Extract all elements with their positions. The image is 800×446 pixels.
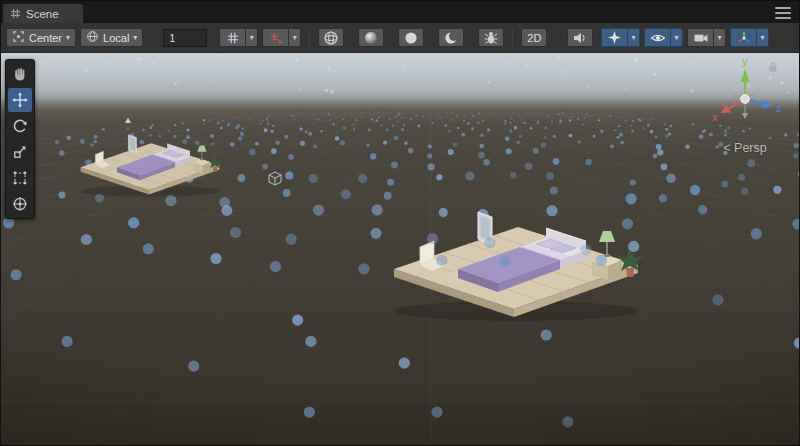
chevron-down-icon: ▾ (293, 34, 297, 42)
transform-tool-button[interactable] (8, 192, 32, 216)
chevron-down-icon: ▾ (66, 34, 70, 42)
snap-increment-button[interactable] (262, 28, 288, 47)
camera-settings-button[interactable] (687, 28, 713, 47)
globe-icon (86, 30, 99, 45)
pivot-label: Center (29, 32, 62, 44)
chevron-down-icon: ▾ (674, 34, 678, 42)
effects-control: ▾ (601, 28, 640, 47)
scene-viewport[interactable]: x y z < Persp (1, 53, 799, 445)
grid-visibility-dropdown[interactable]: ▾ (245, 28, 258, 47)
speaker-icon (572, 30, 588, 46)
ground-dots-near (1, 217, 799, 445)
grid-visibility-button[interactable] (219, 28, 245, 47)
camera-icon (693, 30, 709, 46)
chevron-down-icon: ▾ (760, 34, 764, 42)
lit-sphere-icon (363, 30, 379, 46)
wireframe-sphere-icon (323, 30, 339, 46)
rect-tool-button[interactable] (8, 166, 32, 190)
axis-z-cone[interactable] (762, 100, 772, 109)
grid-icon (10, 8, 21, 19)
unity-scene-window: Scene Center ▾ Local ▾ (0, 0, 800, 446)
hand-tool-button[interactable] (8, 62, 32, 86)
gizmo-center-cube[interactable] (741, 95, 750, 104)
gizmos-control: ▾ (730, 28, 769, 47)
sprite-marker-icon[interactable] (125, 118, 131, 124)
grid-snap-icon (226, 31, 240, 45)
scene-visibility-dropdown[interactable]: ▾ (670, 28, 683, 47)
rect-tool-icon (12, 170, 28, 186)
2d-mode-button[interactable]: 2D (521, 28, 547, 47)
pivot-mode-button[interactable]: Center ▾ (6, 28, 76, 47)
toolbar-separator (512, 29, 513, 47)
rotate-icon (12, 118, 28, 134)
effects-toggle-button[interactable] (601, 28, 627, 47)
lighting-toggle-button[interactable] (358, 28, 384, 47)
projection-toggle[interactable]: < Persp (699, 141, 791, 155)
orientation-mode-button[interactable]: Local ▾ (80, 28, 143, 47)
bug-icon (483, 30, 499, 46)
move-tool-button[interactable] (8, 88, 32, 112)
gizmos-dropdown[interactable]: ▾ (756, 28, 769, 47)
2d-label: 2D (527, 32, 541, 44)
window-menu-icon[interactable] (775, 7, 791, 19)
scene-visibility-control: ▾ (644, 28, 683, 47)
axis-y-label: y (742, 55, 748, 67)
scale-tool-button[interactable] (8, 140, 32, 164)
scene-3d-view[interactable] (1, 53, 799, 445)
sky-particles (7, 55, 795, 94)
scale-icon (12, 144, 28, 160)
scene-visibility-button[interactable] (644, 28, 670, 47)
axis-tripod-icon (736, 30, 752, 46)
move-icon (12, 92, 28, 108)
shading-mode-button[interactable] (318, 28, 344, 47)
fog-toggle-button[interactable] (438, 28, 464, 47)
camera-settings-control: ▾ (687, 28, 726, 47)
tab-scene[interactable]: Scene (3, 4, 83, 23)
particles-toggle-button[interactable] (478, 28, 504, 47)
axis-y-cone[interactable] (741, 69, 750, 82)
hand-icon (12, 66, 28, 82)
grid-visibility-control: ▾ (219, 28, 258, 47)
transform-icon (12, 196, 28, 212)
tab-label: Scene (26, 8, 59, 20)
skybox-toggle-button[interactable] (398, 28, 424, 47)
camera-settings-dropdown[interactable]: ▾ (713, 28, 726, 47)
audio-toggle-button[interactable] (567, 28, 593, 47)
moon-icon (443, 30, 459, 46)
chevron-down-icon: ▾ (250, 34, 254, 42)
sparkle-icon (607, 30, 622, 45)
sphere-icon (403, 30, 419, 46)
gizmo-lock-icon[interactable] (767, 59, 779, 77)
snap-increment-control: ▾ (262, 28, 301, 47)
pivot-icon (12, 30, 25, 45)
eye-icon (650, 30, 666, 46)
axis-z-label: z (776, 102, 782, 114)
effects-dropdown[interactable]: ▾ (627, 28, 640, 47)
chevron-down-icon: ▾ (631, 34, 635, 42)
snap-increment-dropdown[interactable]: ▾ (288, 28, 301, 47)
chevron-down-icon: ▾ (717, 34, 721, 42)
tool-strip (5, 59, 35, 219)
toolbar-separator (309, 29, 310, 47)
grid-size-field[interactable] (163, 29, 207, 47)
chevron-down-icon: ▾ (133, 34, 137, 42)
rotate-tool-button[interactable] (8, 114, 32, 138)
gizmos-toggle-button[interactable] (730, 28, 756, 47)
orientation-label: Local (103, 32, 129, 44)
scene-toolbar: Center ▾ Local ▾ ▾ (1, 23, 799, 53)
tab-bar: Scene (1, 1, 799, 23)
snap-increment-icon (269, 31, 283, 45)
axis-x-label: x (712, 111, 718, 123)
